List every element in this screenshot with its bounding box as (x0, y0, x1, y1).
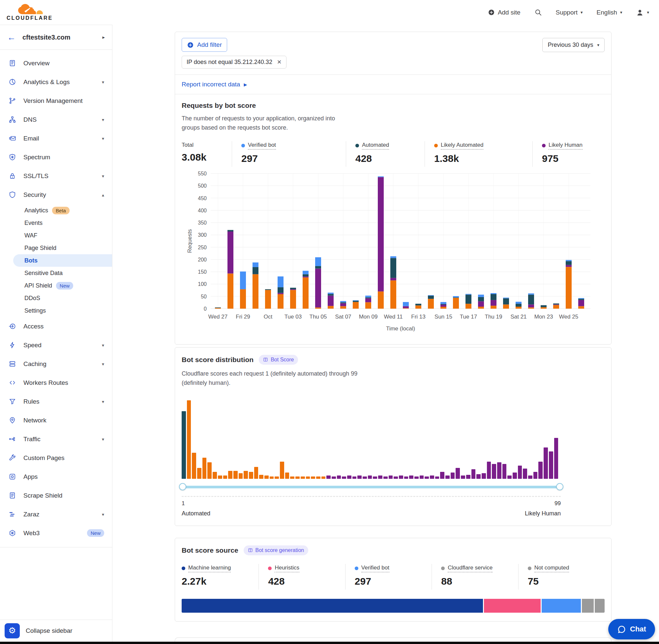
sidebar-item-api-shield[interactable]: API ShieldNew (0, 279, 112, 292)
topbar: CLOUDFLARE Add site Support ▾ English ▾ … (0, 0, 659, 25)
add-filter-button[interactable]: Add filter (182, 38, 227, 52)
sidebar-item-settings[interactable]: Settings (0, 304, 112, 317)
sidebar-item-label: Custom Pages (23, 454, 104, 462)
stat-heuristics: Heuristics428 (258, 564, 345, 590)
layers-icon (8, 360, 16, 368)
sidebar-item-zaraz[interactable]: Zaraz▾ (0, 505, 112, 524)
histogram-bar (306, 477, 310, 479)
gear-icon[interactable]: ⚙ (5, 623, 20, 638)
histogram-bar (394, 477, 398, 479)
sidebar-item-ddos[interactable]: DDoS (0, 292, 112, 304)
histogram-bar (471, 469, 476, 479)
cloudflare-logo-text: CLOUDFLARE (6, 16, 53, 21)
slider-handle-min[interactable] (179, 483, 186, 490)
support-menu[interactable]: Support ▾ (556, 9, 583, 16)
sidebar-item-rules[interactable]: Rules▾ (0, 392, 112, 411)
chat-button[interactable]: Chat (608, 619, 655, 639)
source-legend: Machine learning2.27kHeuristics428Verifi… (182, 564, 605, 590)
sidebar-item-overview[interactable]: Overview (0, 54, 112, 72)
histogram-bar (285, 473, 289, 479)
sidebar-item-label: Rules (23, 398, 95, 405)
svg-text:Tue 17: Tue 17 (460, 314, 477, 320)
stat-not-computed: Not computed75 (518, 564, 605, 590)
sidebar-item-label: Zaraz (23, 511, 95, 518)
add-site-button[interactable]: Add site (488, 9, 521, 16)
shield-icon (8, 191, 16, 199)
search-button[interactable] (534, 8, 542, 16)
sidebar-item-traffic[interactable]: Traffic▾ (0, 430, 112, 448)
sidebar-item-label: Spectrum (23, 154, 104, 161)
sidebar-item-analytics-logs[interactable]: Analytics & Logs▾ (0, 72, 112, 91)
sidebar-item-workers-routes[interactable]: Workers Routes (0, 373, 112, 392)
sidebar-item-waf[interactable]: WAF (0, 229, 112, 242)
language-menu[interactable]: English ▾ (597, 9, 622, 16)
legend-dot-icon (182, 567, 185, 570)
sidebar-item-network[interactable]: Network (0, 411, 112, 430)
histogram-bar (487, 462, 491, 479)
funnel-icon (8, 398, 16, 405)
arrow-circle-icon (8, 322, 16, 330)
sidebar-item-bots[interactable]: Bots (13, 254, 112, 267)
arrow-right-icon: ▶ (244, 82, 247, 87)
sidebar-item-email[interactable]: Email▾ (0, 129, 112, 148)
chevron-down-icon: ▾ (102, 399, 104, 404)
svg-text:Thu 19: Thu 19 (485, 314, 502, 320)
histogram-bar (332, 477, 336, 479)
sidebar-item-label: Email (23, 135, 95, 142)
histogram-bar (301, 477, 305, 479)
requests-section: Requests by bot score The number of requ… (175, 94, 611, 344)
histogram-bar (264, 476, 269, 479)
sidebar-item-dns[interactable]: DNS▾ (0, 110, 112, 129)
date-range-button[interactable]: Previous 30 days ▾ (542, 38, 605, 52)
chevron-down-icon: ▾ (102, 437, 104, 442)
sidebar-item-custom-pages[interactable]: Custom Pages (0, 448, 112, 467)
sidebar-item-access[interactable]: Access (0, 317, 112, 336)
security-subnav: AnalyticsBetaEventsWAFPage ShieldBotsSen… (0, 204, 112, 317)
stat-likely-automated: Likely Automated1.38k (425, 141, 533, 167)
histogram-bar (187, 400, 191, 479)
sidebar-item-security[interactable]: Security▴ (0, 185, 112, 204)
chevron-right-icon[interactable]: ▸ (102, 34, 105, 40)
sidebar-item-spectrum[interactable]: Spectrum (0, 148, 112, 166)
slider-track[interactable] (182, 486, 561, 488)
chevron-down-icon: ▾ (102, 136, 104, 141)
account-menu[interactable]: ▾ (636, 8, 649, 17)
histogram-bar (528, 476, 533, 479)
sidebar-item-apps[interactable]: Apps (0, 467, 112, 486)
envelope-icon (8, 135, 16, 142)
close-icon[interactable]: ✕ (277, 59, 282, 66)
sidebar-item-events[interactable]: Events (0, 217, 112, 229)
sidebar-item-sensitive-data[interactable]: Sensitive Data (0, 267, 112, 279)
sidebar-item-caching[interactable]: Caching▾ (0, 354, 112, 373)
histogram-bar (420, 476, 424, 479)
svg-text:Sun 15: Sun 15 (434, 314, 452, 320)
source-segment-verified-bot (542, 599, 581, 613)
bot-score-histogram (182, 400, 561, 479)
sidebar-item-speed[interactable]: Speed▾ (0, 336, 112, 354)
legend-dot-icon (528, 567, 532, 570)
sidebar-item-web3[interactable]: Web3New (0, 524, 112, 543)
sidebar-item-ssl-tls[interactable]: SSL/TLS▾ (0, 166, 112, 185)
bot-score-badge[interactable]: Bot Score (259, 355, 298, 365)
chevron-down-icon: ▾ (581, 10, 583, 15)
sidebar-item-label: Traffic (23, 436, 95, 443)
back-arrow-icon[interactable]: ← (7, 33, 16, 42)
histogram-bar (518, 466, 522, 479)
slider-handle-max[interactable] (556, 483, 563, 490)
sidebar-item-label: Sensitive Data (24, 270, 63, 277)
sidebar-item-page-shield[interactable]: Page Shield (0, 242, 112, 254)
distribution-section: Bot score distribution Bot Score Cloudfl… (175, 348, 611, 526)
sidebar-item-version-management[interactable]: Version Management (0, 91, 112, 110)
filter-chip[interactable]: IP does not equal 35.212.240.32 ✕ (182, 56, 286, 69)
sidebar-item-security-analytics[interactable]: AnalyticsBeta (0, 204, 112, 217)
cloudflare-logo[interactable]: CLOUDFLARE (6, 4, 53, 21)
chevron-down-icon: ▾ (102, 174, 104, 179)
report-incorrect-data-link[interactable]: Report incorrect data ▶ (175, 74, 611, 94)
bot-score-generation-badge[interactable]: Bot score generation (244, 546, 309, 555)
histogram-bar (492, 464, 496, 479)
histogram-bar (357, 476, 362, 479)
sidebar-item-scrape-shield[interactable]: Scrape Shield (0, 486, 112, 505)
chevron-down-icon: ▾ (102, 117, 104, 122)
collapse-sidebar-button[interactable]: ⚙ Collapse sidebar (0, 620, 112, 641)
section-description: The number of requests to your applicati… (182, 114, 353, 133)
